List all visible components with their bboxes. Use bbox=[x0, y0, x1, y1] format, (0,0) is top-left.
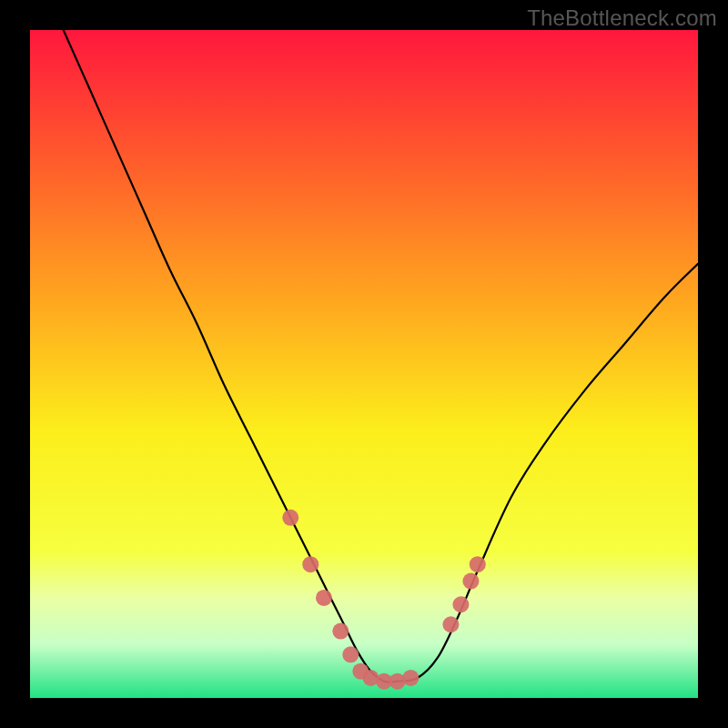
marker-dot bbox=[452, 596, 469, 612]
gradient-background bbox=[30, 30, 698, 698]
marker-dot bbox=[302, 556, 318, 572]
chart-stage: TheBottleneck.com bbox=[0, 0, 728, 728]
marker-dot bbox=[316, 590, 332, 606]
marker-dot bbox=[332, 623, 349, 640]
marker-dot bbox=[402, 670, 419, 686]
plot-area bbox=[30, 30, 698, 698]
marker-dot bbox=[282, 510, 298, 526]
chart-svg bbox=[30, 30, 698, 698]
marker-dot bbox=[470, 556, 486, 572]
marker-dot bbox=[342, 646, 359, 662]
watermark-text: TheBottleneck.com bbox=[527, 5, 717, 31]
marker-dot bbox=[462, 573, 479, 590]
marker-dot bbox=[442, 616, 459, 632]
